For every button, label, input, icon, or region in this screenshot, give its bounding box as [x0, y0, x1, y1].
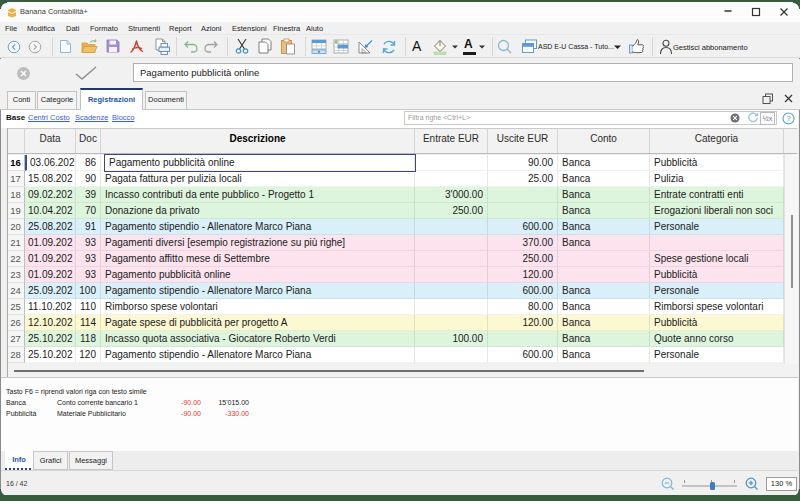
svg-text:?: ?: [786, 114, 791, 123]
